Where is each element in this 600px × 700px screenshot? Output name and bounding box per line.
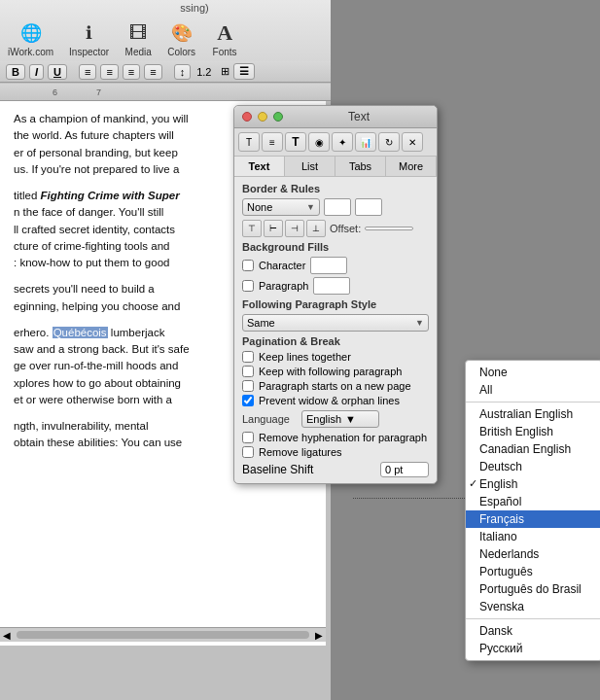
menu-item-english[interactable]: English	[466, 475, 600, 493]
pagination-item-0: Keep lines together	[242, 351, 429, 363]
list-button[interactable]: ☰	[233, 63, 255, 80]
menu-item-portugues[interactable]: Português	[466, 563, 600, 580]
iwork-icon: 🌐	[18, 19, 45, 47]
menu-item-british[interactable]: British English	[466, 423, 600, 440]
border-color-box-2[interactable]	[355, 198, 382, 216]
language-select[interactable]: English ▼	[301, 410, 379, 428]
panel-tool-3[interactable]: T	[285, 132, 306, 152]
toolbar-fonts[interactable]: A Fonts	[211, 19, 238, 57]
align-btn-4[interactable]: ⊥	[306, 220, 326, 237]
pagination-label: Pagination & Break	[242, 335, 429, 347]
menu-item-espanol[interactable]: Español	[466, 493, 600, 510]
tab-more[interactable]: More	[386, 157, 437, 176]
menu-item-dansk[interactable]: Dansk	[466, 622, 600, 640]
character-checkbox[interactable]	[242, 260, 254, 271]
remove-ligatures-checkbox[interactable]	[242, 446, 254, 458]
panel-titlebar: Text	[234, 106, 437, 128]
panel-tool-5[interactable]: ✦	[332, 132, 353, 152]
menu-item-australian[interactable]: Australian English	[466, 405, 600, 423]
offset-input[interactable]	[365, 227, 413, 230]
media-icon: 🎞	[124, 19, 152, 47]
inspector-icon: ℹ	[76, 19, 103, 47]
line-spacing-value: 1.2	[196, 66, 211, 78]
align-right-button[interactable]: ≡	[123, 64, 140, 80]
format-toolbar: B I U ≡ ≡ ≡ ≡ ↕ 1.2 ⊞ ☰	[0, 61, 331, 82]
toolbar-icons: 🌐 iWork.com ℹ Inspector 🎞 Media 🎨 Colors…	[0, 16, 331, 61]
remove-ligatures-row: Remove ligatures	[242, 446, 429, 458]
close-button[interactable]	[242, 112, 252, 122]
menu-item-canadian[interactable]: Canadian English	[466, 440, 600, 458]
colors-icon: 🎨	[168, 19, 195, 47]
border-select[interactable]: None ▼	[242, 198, 320, 216]
panel-tool-8[interactable]: ✕	[402, 132, 423, 152]
align-btn-3[interactable]: ⊣	[285, 220, 304, 237]
character-color[interactable]	[310, 257, 347, 274]
align-buttons: ⊤ ⊢ ⊣ ⊥	[242, 220, 326, 237]
keep-following-label: Keep with following paragraph	[259, 366, 402, 377]
baseline-shift-input[interactable]: 0 pt	[380, 462, 429, 477]
panel-tool-4[interactable]: ◉	[308, 132, 330, 152]
prevent-widow-checkbox[interactable]	[242, 395, 254, 406]
align-center-button[interactable]: ≡	[100, 64, 118, 80]
menu-item-russian[interactable]: Русский	[466, 640, 600, 657]
toolbar-colors[interactable]: 🎨 Colors	[167, 19, 195, 57]
menu-item-francais[interactable]: Français	[466, 510, 600, 528]
line-spacing-button[interactable]: ↕	[174, 64, 192, 80]
tab-list[interactable]: List	[285, 157, 335, 176]
language-arrow: ▼	[345, 413, 356, 425]
paragraph-color[interactable]	[313, 277, 350, 295]
paragraph-new-page-checkbox[interactable]	[242, 380, 254, 392]
toolbar-iwork[interactable]: 🌐 iWork.com	[8, 19, 53, 57]
scroll-left-arrow[interactable]: ◀	[0, 630, 14, 641]
underline-button[interactable]: U	[48, 64, 67, 80]
panel-tabs: Text List Tabs More	[234, 157, 437, 177]
remove-hyphenation-label: Remove hyphenation for paragraph	[259, 432, 427, 443]
menu-item-italiano[interactable]: Italiano	[466, 528, 600, 545]
panel-tool-7[interactable]: ↻	[378, 132, 400, 152]
pagination-item-2: Paragraph starts on a new page	[242, 380, 429, 392]
character-label: Character	[259, 260, 305, 271]
panel-tool-6[interactable]: 📊	[355, 132, 376, 152]
minimize-button[interactable]	[258, 112, 267, 122]
panel-toolbar: T ≡ T ◉ ✦ 📊 ↻ ✕	[234, 128, 437, 157]
tab-tabs[interactable]: Tabs	[335, 157, 386, 176]
align-left-button[interactable]: ≡	[79, 64, 96, 80]
panel-tool-2[interactable]: ≡	[262, 132, 283, 152]
menu-item-deutsch[interactable]: Deutsch	[466, 458, 600, 475]
panel-title: Text	[289, 110, 429, 123]
horizontal-scrollbar[interactable]: ◀ ▶	[0, 627, 326, 642]
scroll-right-arrow[interactable]: ▶	[312, 630, 326, 641]
border-color-box[interactable]	[324, 198, 351, 216]
remove-hyphenation-checkbox[interactable]	[242, 432, 254, 443]
paragraph-checkbox[interactable]	[242, 280, 254, 292]
toolbar-media[interactable]: 🎞 Media	[124, 19, 152, 57]
toolbar: ssing) 🌐 iWork.com ℹ Inspector 🎞 Media 🎨…	[0, 0, 331, 83]
language-value: English	[306, 413, 341, 425]
panel-tool-1[interactable]: T	[238, 132, 260, 152]
bold-button[interactable]: B	[6, 64, 25, 80]
align-btn-1[interactable]: ⊤	[242, 220, 262, 237]
ruler: 6 7	[0, 84, 331, 101]
toolbar-inspector[interactable]: ℹ Inspector	[69, 19, 109, 57]
panel-body: Border & Rules None ▼ ⊤ ⊢ ⊣ ⊥ Offset: Ba…	[234, 177, 437, 483]
menu-item-none[interactable]: None	[466, 364, 600, 381]
menu-item-svenska[interactable]: Svenska	[466, 598, 600, 615]
pagination-item-3: Prevent widow & orphan lines	[242, 395, 429, 406]
italic-button[interactable]: I	[29, 64, 44, 80]
toolbar-title: ssing)	[0, 0, 331, 16]
keep-lines-checkbox[interactable]	[242, 351, 254, 363]
keep-lines-label: Keep lines together	[259, 351, 351, 363]
justify-button[interactable]: ≡	[144, 64, 161, 80]
background-fills-label: Background Fills	[242, 241, 429, 253]
following-paragraph-select[interactable]: Same ▼	[242, 314, 429, 332]
menu-item-portugues-brasil[interactable]: Português do Brasil	[466, 580, 600, 598]
menu-item-all[interactable]: All	[466, 381, 600, 399]
align-btn-2[interactable]: ⊢	[264, 220, 283, 237]
tab-text[interactable]: Text	[234, 157, 285, 176]
menu-separator-1	[466, 402, 600, 402]
maximize-button[interactable]	[273, 112, 283, 122]
baseline-shift-row: Baseline Shift 0 pt	[242, 462, 429, 477]
menu-separator-2	[466, 618, 600, 619]
menu-item-nederlands[interactable]: Nederlands	[466, 545, 600, 563]
keep-following-checkbox[interactable]	[242, 366, 254, 377]
